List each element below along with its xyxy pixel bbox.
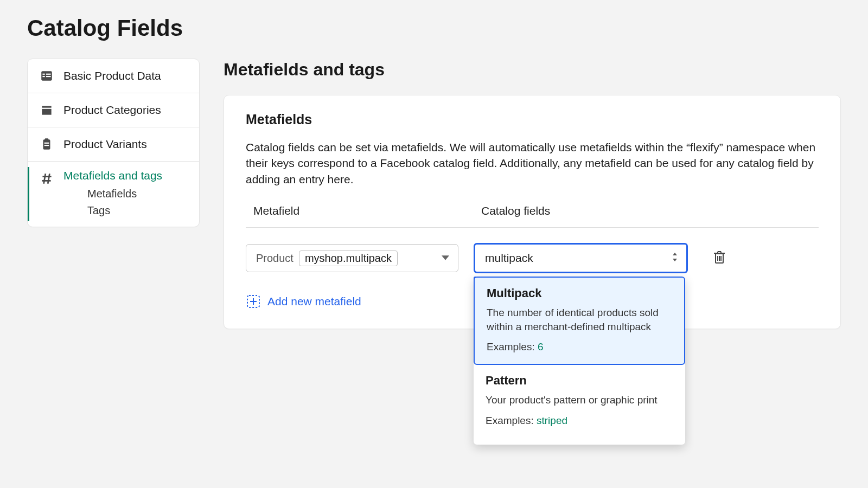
select-arrows-icon [672,253,678,264]
dropdown-option-pattern[interactable]: Pattern Your product's pattern or graphi… [474,365,685,438]
sidebar: Basic Product Data Product Categories Pr… [27,59,200,227]
sidebar-item-label: Product Categories [63,104,161,117]
svg-marker-15 [442,255,449,260]
table-icon [40,69,54,83]
chevron-down-icon [442,252,449,265]
sidebar-item-product-categories[interactable]: Product Categories [28,93,199,127]
sidebar-item-label: Product Variants [63,138,147,151]
svg-rect-3 [42,76,44,77]
catalog-field-wrapper: Multipack The number of identical produc… [474,243,688,273]
svg-line-13 [44,174,46,183]
svg-rect-9 [44,143,49,144]
hash-icon [40,171,54,185]
dropdown-option-pause[interactable]: Pause [474,438,685,445]
main-content: Metafields and tags Metafields Catalog f… [224,59,841,329]
svg-rect-6 [42,109,51,115]
sidebar-item-product-variants[interactable]: Product Variants [28,127,199,162]
trash-icon [713,250,726,266]
option-examples-label: Examples: [486,415,534,426]
clipboard-icon [40,137,54,151]
svg-line-14 [48,174,49,183]
sidebar-subitem-metafields[interactable]: Metafields [87,188,162,200]
sidebar-subitem-tags[interactable]: Tags [87,204,162,217]
sidebar-item-basic-product-data[interactable]: Basic Product Data [28,59,199,93]
option-example-value: 6 [538,341,544,352]
sidebar-item-metafields-tags[interactable]: Metafields and tags Metafields Tags [28,162,199,227]
option-example-value: striped [537,415,567,426]
option-title: Multipack [487,286,673,300]
card-title: Metafields [246,112,819,127]
card-description: Catalog fields can be set via metafields… [246,139,819,187]
svg-rect-4 [46,76,51,77]
metafields-card: Metafields Catalog fields can be set via… [224,95,841,329]
stack-icon [40,103,54,117]
option-examples: Examples: 6 [487,341,673,353]
dropdown-option-multipack[interactable]: Multipack The number of identical produc… [474,277,685,365]
option-examples-label: Examples: [487,341,535,352]
svg-rect-5 [42,106,51,107]
add-dashed-icon [246,294,261,309]
option-examples: Examples: striped [486,415,674,427]
svg-rect-1 [42,74,44,75]
delete-row-button[interactable] [710,250,729,266]
svg-marker-16 [673,253,677,255]
sidebar-item-label: Basic Product Data [63,69,161,82]
metafield-row: Product myshop.multipack [246,228,819,275]
option-description: Your product's pattern or graphic print [486,393,674,407]
svg-rect-10 [44,145,49,146]
catalog-field-dropdown: Multipack The number of identical produc… [474,277,685,445]
metafield-scope: Product [256,252,293,265]
svg-marker-17 [673,259,677,261]
svg-rect-8 [45,138,49,140]
column-header-metafield: Metafield [253,204,481,217]
metafield-key-chip: myshop.multipack [299,251,398,266]
column-header-catalog: Catalog fields [481,204,811,217]
catalog-field-input[interactable] [474,243,688,273]
option-description: The number of identical products sold wi… [487,306,673,333]
add-metafield-label: Add new metafield [267,295,361,308]
svg-rect-7 [43,139,50,149]
section-heading: Metafields and tags [224,60,841,80]
table-header: Metafield Catalog fields [246,204,819,228]
page-title: Catalog Fields [27,15,841,41]
metafield-select[interactable]: Product myshop.multipack [246,244,458,272]
sidebar-active-title: Metafields and tags [63,169,162,182]
svg-rect-2 [46,74,51,75]
option-title: Pattern [486,374,674,388]
